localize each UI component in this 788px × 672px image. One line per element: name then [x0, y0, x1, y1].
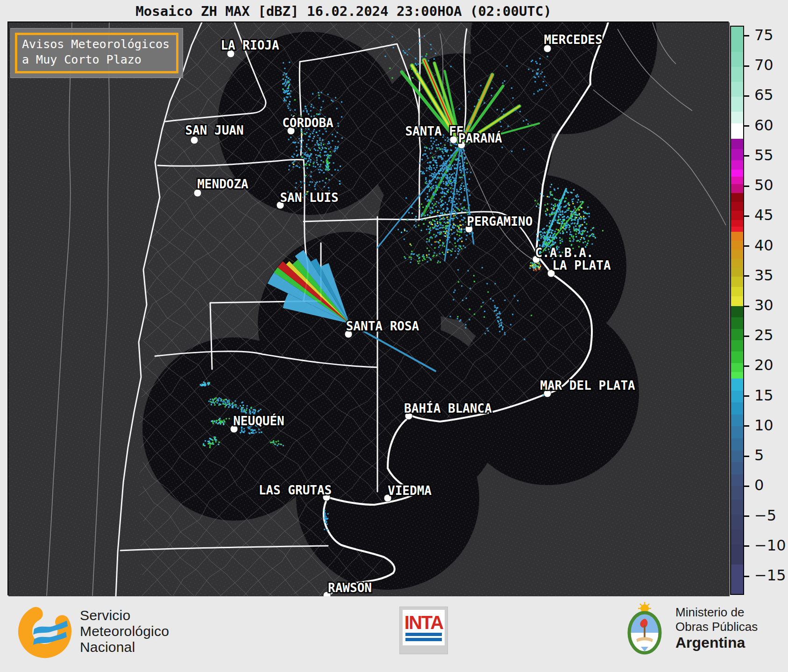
smn-line-2: Meteorológico	[80, 623, 169, 639]
colorbar-tick	[744, 545, 749, 547]
colorbar-tick-label: 30	[754, 296, 774, 314]
colorbar: 757065605550454035302520151050−5−10−15	[730, 26, 788, 596]
colorbar-tick	[744, 456, 749, 457]
colorbar-tick-label: 35	[754, 266, 774, 284]
colorbar-tick	[744, 35, 749, 36]
smn-logo-icon	[16, 603, 73, 660]
colorbar-tick	[744, 275, 749, 277]
colorbar-tick	[744, 576, 749, 577]
inta-bar-2	[405, 638, 442, 641]
inta-logo: INTA	[399, 607, 448, 654]
city-marker: RAWSON	[323, 581, 372, 597]
colorbar-tick	[744, 486, 749, 487]
colorbar-tick-label: 70	[754, 57, 774, 74]
smn-logo-block: Servicio Meteorológico Nacional	[16, 603, 169, 660]
alert-box: Avisos Meteorológicos a Muy Corto Plazo	[10, 28, 183, 78]
inta-bar-1	[405, 633, 442, 636]
alert-line-1: Avisos Meteorológicos	[22, 37, 170, 52]
colorbar-tick-label: 5	[754, 447, 764, 465]
colorbar-tick	[744, 395, 749, 397]
colorbar-tick	[744, 65, 749, 67]
colorbar-tick-label: 75	[754, 26, 774, 44]
city-label: BAHÍA BLANCA	[404, 401, 492, 415]
city-label: CÓRDOBA	[282, 115, 334, 130]
colorbar-tick	[744, 425, 749, 427]
city-label: SANTA ROSA	[346, 319, 419, 333]
city-label: C.A.B.A.	[535, 246, 593, 260]
inta-logo-inner: INTA	[403, 610, 445, 645]
argentina-coat-of-arms-icon	[622, 601, 667, 656]
city-label: NEUQUÉN	[233, 414, 284, 428]
ministry-line-3: Argentina	[675, 634, 758, 651]
colorbar-tick	[744, 336, 749, 337]
city-label: LA PLATA	[552, 258, 611, 272]
inta-logo-text: INTA	[405, 614, 443, 631]
colorbar-tick-label: 25	[754, 327, 774, 344]
ministry-line-1: Ministerio de	[675, 605, 758, 620]
footer: Servicio Meteorológico Nacional INTA	[0, 597, 788, 672]
colorbar-tick-label: −5	[754, 507, 776, 524]
city-dot	[191, 136, 198, 144]
colorbar-tick	[744, 515, 749, 517]
smn-line-1: Servicio	[80, 608, 169, 623]
colorbar-tick	[744, 155, 749, 157]
ministry-logo-text: Ministerio de Obras Públicas Argentina	[675, 605, 758, 652]
alert-box-inner: Avisos Meteorológicos a Muy Corto Plazo	[15, 33, 178, 73]
city-label: SAN LUIS	[280, 191, 338, 205]
page-title: Mosaico ZH MAX [dBZ] 16.02.2024 23:00HOA…	[0, 3, 687, 19]
smn-logo-text: Servicio Meteorológico Nacional	[80, 608, 169, 656]
colorbar-tick-label: 20	[754, 357, 774, 374]
colorbar-tick-label: 45	[754, 207, 774, 224]
city-label: VIEDMA	[388, 484, 432, 498]
radar-mosaic-page: Mosaico ZH MAX [dBZ] 16.02.2024 23:00HOA…	[0, 0, 788, 672]
city-label: LA RIOJA	[220, 38, 279, 52]
radar-map: LA RIOJAMERCEDESSAN JUANCÓRDOBASANTA FEP…	[7, 21, 729, 595]
colorbar-tick	[744, 365, 749, 367]
colorbar-tick-label: −10	[754, 536, 786, 554]
city-label: PERGAMINO	[467, 214, 533, 229]
colorbar-tick-label: 55	[754, 146, 774, 164]
colorbar-gradient	[730, 26, 744, 595]
city-label: SANTA FE	[405, 124, 463, 138]
colorbar-tick-label: 65	[754, 86, 774, 104]
city-label: PARANÁ	[458, 131, 502, 145]
colorbar-tick-label: 15	[754, 386, 774, 404]
colorbar-tick	[744, 125, 749, 127]
ministry-logo-block: Ministerio de Obras Públicas Argentina	[622, 601, 758, 656]
colorbar-tick	[744, 245, 749, 247]
colorbar-tick	[744, 215, 749, 217]
city-label: MERCEDES	[544, 33, 602, 47]
colorbar-tick-label: 40	[754, 236, 774, 254]
colorbar-tick	[744, 186, 749, 187]
alert-line-2: a Muy Corto Plazo	[22, 52, 170, 68]
colorbar-tick	[744, 306, 749, 307]
smn-line-3: Nacional	[80, 639, 169, 655]
colorbar-tick-label: 60	[754, 116, 774, 134]
radar-map-canvas: LA RIOJAMERCEDESSAN JUANCÓRDOBASANTA FEP…	[8, 22, 730, 596]
colorbar-tick-label: 0	[754, 477, 764, 494]
city-label: RAWSON	[328, 581, 372, 595]
colorbar-tick-label: 10	[754, 416, 774, 434]
city-label: LAS GRUTAS	[259, 483, 332, 497]
ministry-line-2: Obras Públicas	[675, 620, 758, 634]
colorbar-tick-label: 50	[754, 177, 774, 194]
colorbar-tick-label: −15	[754, 567, 786, 585]
colorbar-tick	[744, 95, 749, 97]
city-label: SAN JUAN	[185, 123, 243, 137]
city-label: MENDOZA	[197, 177, 248, 191]
city-label: MAR DEL PLATA	[540, 379, 635, 393]
